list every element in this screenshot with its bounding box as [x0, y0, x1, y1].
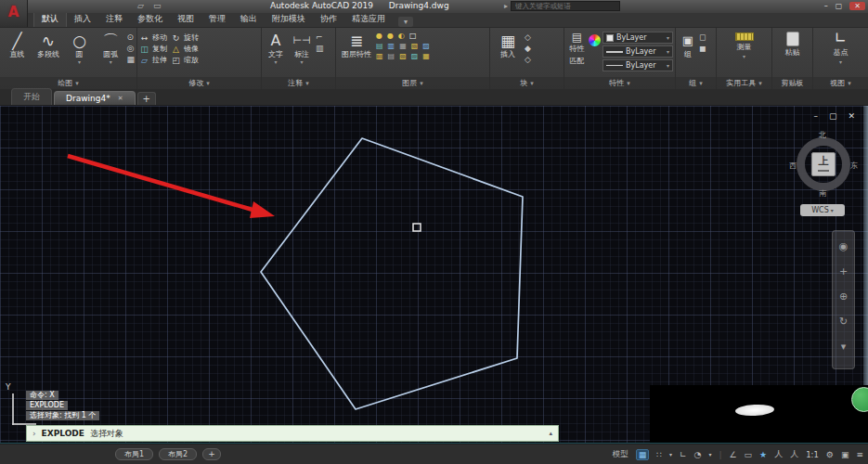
- close-button[interactable]: ✕: [849, 2, 865, 10]
- line-button[interactable]: ╱ 直线: [2, 30, 32, 58]
- tab-addins[interactable]: 附加模块: [265, 11, 313, 27]
- drawing-area[interactable]: – ▢ ✕ 北 南 西 东 上 WCS▾ ◉ + ⊕ ↻ ▾ Y: [0, 106, 868, 444]
- layer-tool-4-icon[interactable]: ▧: [411, 42, 419, 51]
- paste-label[interactable]: 粘贴: [785, 47, 800, 58]
- search-input[interactable]: [511, 1, 620, 11]
- measure-dropdown-icon[interactable]: ▾: [743, 53, 745, 59]
- panel-properties-label[interactable]: 特性▾: [564, 77, 675, 89]
- polar-dropdown-icon[interactable]: ▾: [708, 451, 711, 458]
- dimension-button[interactable]: ⊢⊣ 标注 ▾: [289, 30, 315, 65]
- layer-tool-2-icon[interactable]: ▥: [388, 42, 395, 51]
- layer-tool-8-icon[interactable]: ▧: [399, 52, 407, 61]
- viewcube-east[interactable]: 东: [850, 161, 858, 171]
- pentagon-entity[interactable]: [261, 138, 523, 409]
- annotation-visibility-toggle[interactable]: ★: [759, 450, 767, 459]
- color-wheel-icon[interactable]: [589, 34, 601, 46]
- mirror-button[interactable]: △镜像: [171, 44, 199, 54]
- layer-tool-10-icon[interactable]: ▦: [422, 52, 430, 61]
- tab-output[interactable]: 输出: [233, 11, 265, 27]
- annotation-scale-value[interactable]: 1:1: [806, 450, 819, 459]
- viewport-close-button[interactable]: ✕: [848, 111, 855, 121]
- object-color-dropdown[interactable]: ByLayer ▾: [602, 32, 673, 44]
- arc-button[interactable]: ⌒ 圆弧 ▾: [96, 30, 126, 65]
- tab-close-icon[interactable]: ✕: [118, 95, 123, 102]
- ellipse-icon[interactable]: ⊙: [127, 32, 136, 42]
- annotation-scale-button[interactable]: 人: [790, 448, 798, 460]
- tab-collaborate[interactable]: 协作: [313, 11, 344, 27]
- qat-icon-1[interactable]: ▱: [137, 1, 144, 10]
- ungroup-icon[interactable]: ◻: [699, 32, 706, 42]
- copy-button[interactable]: ◫复制: [139, 44, 167, 54]
- minimize-button[interactable]: –: [824, 2, 828, 10]
- arc-dropdown-icon[interactable]: ▾: [110, 58, 112, 65]
- clean-screen-toggle[interactable]: ▣: [841, 450, 849, 459]
- viewcube[interactable]: 北 南 西 东 上: [789, 130, 858, 199]
- hatch-icon[interactable]: ◎: [127, 44, 136, 53]
- base-dropdown-icon[interactable]: ▾: [839, 58, 842, 65]
- full-nav-wheel-icon[interactable]: ◉: [839, 240, 849, 252]
- drawing4-tab[interactable]: Drawing4* ✕: [54, 91, 136, 105]
- orbit-icon[interactable]: ↻: [839, 316, 848, 328]
- panel-annotation-label[interactable]: 注释▾: [262, 77, 335, 89]
- zoom-extents-icon[interactable]: ⊕: [839, 290, 848, 303]
- lineweight-toggle[interactable]: ▭: [745, 450, 753, 459]
- app-menu-button[interactable]: A: [0, 0, 28, 27]
- model-space-button[interactable]: 模型: [613, 449, 628, 460]
- viewport-restore-button[interactable]: ▢: [829, 111, 837, 121]
- layer-tool-5-icon[interactable]: ▨: [422, 42, 430, 51]
- autoscale-toggle[interactable]: 人: [774, 448, 783, 460]
- qat-icon-2[interactable]: ▭: [153, 1, 162, 10]
- customization-menu-icon[interactable]: ≡: [856, 450, 863, 459]
- isodraft-toggle[interactable]: ∠: [730, 450, 737, 459]
- polar-tracking-toggle[interactable]: ◔: [694, 450, 702, 459]
- ribbon-display-toggle-icon[interactable]: ▾: [398, 17, 413, 27]
- panel-block-label[interactable]: 块▾: [490, 77, 564, 89]
- polyline-button[interactable]: ∿ 多段线: [33, 30, 64, 58]
- layer-freeze-icon[interactable]: ●: [387, 32, 394, 41]
- layer-on-icon[interactable]: ●: [376, 32, 382, 41]
- layer-properties-button[interactable]: ≣ 图层特性: [338, 30, 375, 58]
- tab-manage[interactable]: 管理: [201, 11, 233, 27]
- group-edit-icon[interactable]: ◼: [699, 44, 706, 53]
- workspace-switching-icon[interactable]: ⚙: [826, 450, 834, 459]
- text-button[interactable]: A 文字 ▾: [264, 30, 288, 65]
- move-button[interactable]: ↔移动: [139, 32, 167, 43]
- match-properties-label[interactable]: 匹配: [569, 56, 584, 66]
- snap-dropdown-icon[interactable]: ▾: [669, 451, 672, 458]
- start-tab[interactable]: 开始: [11, 88, 52, 105]
- layer-color-swatch[interactable]: □: [409, 32, 417, 41]
- linetype-dropdown[interactable]: ByLayer ▾: [602, 59, 673, 71]
- tab-featured-apps[interactable]: 精选应用: [344, 11, 393, 27]
- leader-icon[interactable]: ⌐: [316, 32, 324, 42]
- viewcube-north[interactable]: 北: [819, 130, 826, 140]
- panel-modify-label[interactable]: 修改▾: [137, 77, 261, 89]
- panel-groups-label[interactable]: 组▾: [676, 77, 716, 89]
- circle-dropdown-icon[interactable]: ▾: [78, 58, 81, 65]
- properties-icon[interactable]: ▤: [572, 32, 582, 42]
- layout2-tab[interactable]: 布局2: [159, 448, 197, 460]
- base-label[interactable]: 基点: [834, 47, 849, 58]
- layer-tool-6-icon[interactable]: ▥: [376, 52, 383, 61]
- new-layout-button[interactable]: +: [202, 448, 221, 460]
- tab-parametric[interactable]: 参数化: [130, 11, 170, 27]
- tab-insert[interactable]: 插入: [67, 11, 98, 27]
- scale-button[interactable]: ◰缩放: [171, 55, 199, 65]
- panel-clipboard-label[interactable]: 剪贴板: [772, 77, 812, 89]
- pan-icon[interactable]: +: [839, 265, 848, 277]
- maximize-button[interactable]: ▢: [836, 2, 843, 10]
- wcs-dropdown[interactable]: WCS▾: [800, 204, 845, 216]
- block-create-icon[interactable]: ◇: [525, 32, 531, 42]
- viewcube-west[interactable]: 西: [789, 161, 797, 171]
- block-attributes-icon[interactable]: ◇: [525, 55, 531, 64]
- new-drawing-tab-button[interactable]: +: [137, 92, 156, 105]
- layer-tool-9-icon[interactable]: ▨: [411, 52, 419, 61]
- panel-layers-label[interactable]: 图层▾: [336, 77, 489, 89]
- panel-utilities-label[interactable]: 实用工具▾: [717, 77, 771, 89]
- command-line[interactable]: › EXPLODE 选择对象 ▴: [26, 425, 559, 442]
- tab-annotate[interactable]: 注释: [98, 11, 130, 27]
- ortho-toggle[interactable]: ∟: [680, 450, 687, 459]
- panel-view-label[interactable]: 视图▾: [813, 77, 868, 89]
- block-edit-icon[interactable]: ◆: [525, 44, 531, 53]
- table-icon[interactable]: ▥: [316, 44, 324, 53]
- viewcube-south[interactable]: 南: [819, 188, 826, 199]
